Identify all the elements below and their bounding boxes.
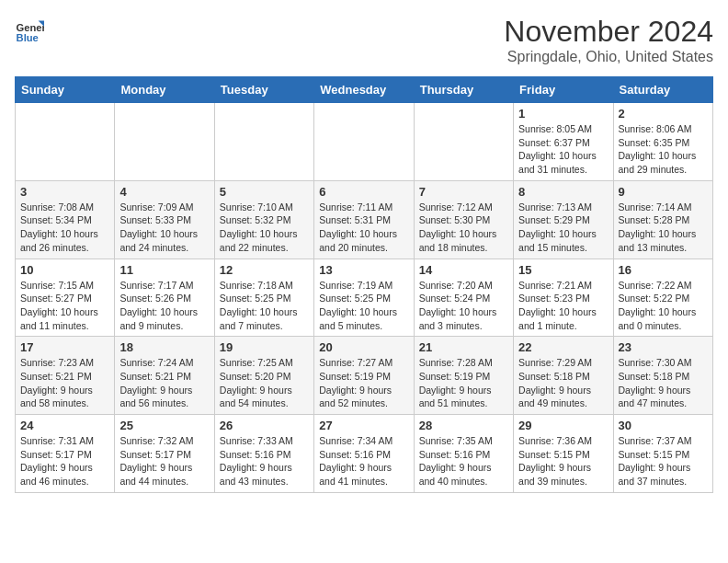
day-info: Sunrise: 7:09 AM Sunset: 5:33 PM Dayligh… bbox=[119, 201, 209, 255]
day-number: 7 bbox=[419, 185, 508, 199]
calendar-cell bbox=[16, 103, 115, 181]
day-header-friday: Friday bbox=[514, 77, 613, 103]
day-number: 30 bbox=[619, 419, 708, 432]
day-info: Sunrise: 7:36 AM Sunset: 5:15 PM Dayligh… bbox=[518, 434, 608, 488]
day-info: Sunrise: 7:13 AM Sunset: 5:29 PM Dayligh… bbox=[518, 201, 608, 255]
day-number: 25 bbox=[119, 419, 209, 432]
day-number: 27 bbox=[319, 419, 408, 432]
calendar-cell: 8Sunrise: 7:13 AM Sunset: 5:29 PM Daylig… bbox=[514, 180, 613, 259]
calendar-cell: 16Sunrise: 7:22 AM Sunset: 5:22 PM Dayli… bbox=[613, 259, 712, 337]
day-header-sunday: Sunday bbox=[16, 77, 115, 103]
calendar-cell: 10Sunrise: 7:15 AM Sunset: 5:27 PM Dayli… bbox=[16, 259, 115, 337]
day-number: 19 bbox=[220, 340, 309, 354]
calendar-cell: 29Sunrise: 7:36 AM Sunset: 5:15 PM Dayli… bbox=[514, 415, 613, 493]
calendar-week-row: 3Sunrise: 7:08 AM Sunset: 5:34 PM Daylig… bbox=[16, 180, 713, 259]
month-title: November 2024 bbox=[504, 15, 713, 49]
day-number: 26 bbox=[220, 419, 309, 432]
day-number: 14 bbox=[419, 263, 508, 277]
day-info: Sunrise: 7:28 AM Sunset: 5:19 PM Dayligh… bbox=[419, 356, 508, 410]
calendar-cell: 12Sunrise: 7:18 AM Sunset: 5:25 PM Dayli… bbox=[214, 259, 313, 337]
calendar-cell: 24Sunrise: 7:31 AM Sunset: 5:17 PM Dayli… bbox=[16, 415, 115, 493]
day-number: 6 bbox=[319, 185, 408, 199]
calendar-cell: 21Sunrise: 7:28 AM Sunset: 5:19 PM Dayli… bbox=[414, 337, 513, 415]
day-number: 21 bbox=[419, 340, 508, 354]
day-number: 17 bbox=[20, 340, 109, 354]
calendar-cell bbox=[115, 103, 214, 181]
day-number: 13 bbox=[319, 263, 408, 277]
day-info: Sunrise: 7:34 AM Sunset: 5:16 PM Dayligh… bbox=[319, 434, 408, 488]
day-info: Sunrise: 7:29 AM Sunset: 5:18 PM Dayligh… bbox=[518, 356, 608, 410]
calendar-cell: 6Sunrise: 7:11 AM Sunset: 5:31 PM Daylig… bbox=[314, 180, 414, 259]
calendar-cell: 27Sunrise: 7:34 AM Sunset: 5:16 PM Dayli… bbox=[314, 415, 414, 493]
day-number: 11 bbox=[119, 263, 209, 277]
calendar-cell: 18Sunrise: 7:24 AM Sunset: 5:21 PM Dayli… bbox=[115, 337, 214, 415]
calendar-cell: 15Sunrise: 7:21 AM Sunset: 5:23 PM Dayli… bbox=[514, 259, 613, 337]
day-info: Sunrise: 7:23 AM Sunset: 5:21 PM Dayligh… bbox=[20, 356, 109, 410]
day-info: Sunrise: 8:06 AM Sunset: 6:35 PM Dayligh… bbox=[619, 122, 708, 177]
calendar-cell: 20Sunrise: 7:27 AM Sunset: 5:19 PM Dayli… bbox=[314, 337, 414, 415]
day-header-monday: Monday bbox=[115, 77, 214, 103]
svg-text:Blue: Blue bbox=[17, 32, 39, 43]
page-header: General Blue November 2024 Springdale, O… bbox=[15, 15, 713, 65]
day-number: 5 bbox=[220, 185, 309, 199]
location: Springdale, Ohio, United States bbox=[504, 49, 713, 65]
day-number: 18 bbox=[119, 340, 209, 354]
day-header-thursday: Thursday bbox=[414, 77, 513, 103]
day-info: Sunrise: 7:27 AM Sunset: 5:19 PM Dayligh… bbox=[319, 356, 408, 410]
day-number: 29 bbox=[518, 419, 608, 432]
day-info: Sunrise: 7:33 AM Sunset: 5:16 PM Dayligh… bbox=[220, 434, 309, 488]
calendar-header-row: SundayMondayTuesdayWednesdayThursdayFrid… bbox=[16, 77, 713, 103]
day-header-tuesday: Tuesday bbox=[214, 77, 313, 103]
day-number: 28 bbox=[419, 419, 508, 432]
day-number: 2 bbox=[619, 107, 708, 121]
calendar-cell: 23Sunrise: 7:30 AM Sunset: 5:18 PM Dayli… bbox=[613, 337, 712, 415]
calendar-cell: 1Sunrise: 8:05 AM Sunset: 6:37 PM Daylig… bbox=[514, 103, 613, 181]
logo: General Blue bbox=[15, 15, 44, 44]
calendar-week-row: 1Sunrise: 8:05 AM Sunset: 6:37 PM Daylig… bbox=[16, 103, 713, 181]
day-info: Sunrise: 7:19 AM Sunset: 5:25 PM Dayligh… bbox=[319, 279, 408, 333]
calendar-cell: 30Sunrise: 7:37 AM Sunset: 5:15 PM Dayli… bbox=[613, 415, 712, 493]
calendar-cell: 26Sunrise: 7:33 AM Sunset: 5:16 PM Dayli… bbox=[214, 415, 313, 493]
day-header-wednesday: Wednesday bbox=[314, 77, 414, 103]
day-number: 3 bbox=[20, 185, 109, 199]
day-number: 15 bbox=[518, 263, 608, 277]
calendar-cell bbox=[314, 103, 414, 181]
calendar-cell: 25Sunrise: 7:32 AM Sunset: 5:17 PM Dayli… bbox=[115, 415, 214, 493]
calendar-cell: 28Sunrise: 7:35 AM Sunset: 5:16 PM Dayli… bbox=[414, 415, 513, 493]
calendar-cell: 4Sunrise: 7:09 AM Sunset: 5:33 PM Daylig… bbox=[115, 180, 214, 259]
calendar-cell: 3Sunrise: 7:08 AM Sunset: 5:34 PM Daylig… bbox=[16, 180, 115, 259]
calendar-cell: 22Sunrise: 7:29 AM Sunset: 5:18 PM Dayli… bbox=[514, 337, 613, 415]
day-info: Sunrise: 8:05 AM Sunset: 6:37 PM Dayligh… bbox=[518, 122, 608, 177]
day-info: Sunrise: 7:37 AM Sunset: 5:15 PM Dayligh… bbox=[619, 434, 708, 488]
day-info: Sunrise: 7:11 AM Sunset: 5:31 PM Dayligh… bbox=[319, 201, 408, 255]
day-number: 1 bbox=[518, 107, 608, 121]
calendar-week-row: 10Sunrise: 7:15 AM Sunset: 5:27 PM Dayli… bbox=[16, 259, 713, 337]
calendar-cell: 17Sunrise: 7:23 AM Sunset: 5:21 PM Dayli… bbox=[16, 337, 115, 415]
day-header-saturday: Saturday bbox=[613, 77, 712, 103]
calendar-table: SundayMondayTuesdayWednesdayThursdayFrid… bbox=[15, 76, 713, 493]
calendar-cell bbox=[414, 103, 513, 181]
day-info: Sunrise: 7:12 AM Sunset: 5:30 PM Dayligh… bbox=[419, 201, 508, 255]
calendar-cell: 7Sunrise: 7:12 AM Sunset: 5:30 PM Daylig… bbox=[414, 180, 513, 259]
calendar-cell: 11Sunrise: 7:17 AM Sunset: 5:26 PM Dayli… bbox=[115, 259, 214, 337]
day-number: 4 bbox=[119, 185, 209, 199]
day-info: Sunrise: 7:35 AM Sunset: 5:16 PM Dayligh… bbox=[419, 434, 508, 488]
day-info: Sunrise: 7:30 AM Sunset: 5:18 PM Dayligh… bbox=[619, 356, 708, 410]
svg-text:General: General bbox=[17, 22, 44, 33]
calendar-cell: 19Sunrise: 7:25 AM Sunset: 5:20 PM Dayli… bbox=[214, 337, 313, 415]
calendar-cell: 9Sunrise: 7:14 AM Sunset: 5:28 PM Daylig… bbox=[613, 180, 712, 259]
day-number: 12 bbox=[220, 263, 309, 277]
day-info: Sunrise: 7:15 AM Sunset: 5:27 PM Dayligh… bbox=[20, 279, 109, 333]
day-number: 22 bbox=[518, 340, 608, 354]
day-info: Sunrise: 7:10 AM Sunset: 5:32 PM Dayligh… bbox=[220, 201, 309, 255]
calendar-cell: 13Sunrise: 7:19 AM Sunset: 5:25 PM Dayli… bbox=[314, 259, 414, 337]
day-number: 16 bbox=[619, 263, 708, 277]
day-number: 23 bbox=[619, 340, 708, 354]
day-info: Sunrise: 7:14 AM Sunset: 5:28 PM Dayligh… bbox=[619, 201, 708, 255]
title-block: November 2024 Springdale, Ohio, United S… bbox=[504, 15, 713, 65]
day-info: Sunrise: 7:17 AM Sunset: 5:26 PM Dayligh… bbox=[119, 279, 209, 333]
day-number: 8 bbox=[518, 185, 608, 199]
day-number: 20 bbox=[319, 340, 408, 354]
day-number: 9 bbox=[619, 185, 708, 199]
calendar-week-row: 17Sunrise: 7:23 AM Sunset: 5:21 PM Dayli… bbox=[16, 337, 713, 415]
